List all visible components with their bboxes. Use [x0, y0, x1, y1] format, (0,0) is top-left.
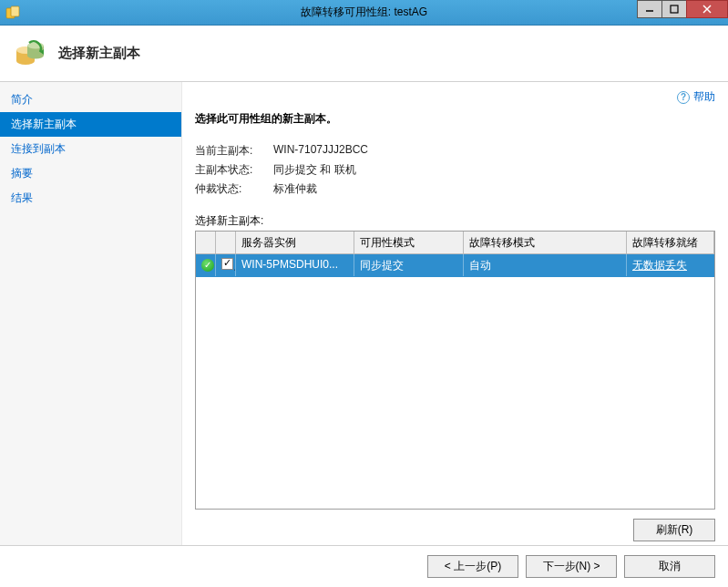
- row-readiness: 无数据丢失: [627, 254, 714, 276]
- svg-rect-3: [671, 5, 678, 13]
- step-results[interactable]: 结果: [0, 186, 181, 211]
- status-summary: 当前主副本: WIN-7107JJJ2BCC 主副本状态: 同步提交 和 联机 …: [195, 143, 715, 201]
- titlebar: 故障转移可用性组: testAG: [0, 0, 728, 26]
- table-caption: 选择新主副本:: [195, 213, 715, 229]
- step-summary[interactable]: 摘要: [0, 161, 181, 186]
- row-checkbox[interactable]: [221, 258, 233, 270]
- instruction-text: 选择此可用性组的新主副本。: [195, 111, 715, 127]
- row-server: WIN-5PMSDHUI0...: [236, 254, 354, 276]
- wizard-steps-sidebar: 简介 选择新主副本 连接到副本 摘要 结果: [0, 82, 182, 545]
- quorum-label: 仲裁状态:: [195, 181, 273, 197]
- row-failover: 自动: [464, 254, 627, 276]
- col-server: 服务器实例: [236, 232, 354, 253]
- readiness-link[interactable]: 无数据丢失: [632, 259, 687, 272]
- quorum-value: 标准仲裁: [273, 181, 317, 197]
- current-primary-label: 当前主副本:: [195, 143, 273, 159]
- wizard-footer: < 上一步(P) 下一步(N) > 取消: [0, 545, 728, 587]
- grid-header: 服务器实例 可用性模式 故障转移模式 故障转移就绪: [196, 232, 714, 254]
- row-mode: 同步提交: [354, 254, 464, 276]
- help-link[interactable]: ? 帮助: [677, 89, 715, 105]
- check-ok-icon: ✓: [201, 259, 214, 272]
- close-button[interactable]: [686, 0, 728, 18]
- table-row[interactable]: ✓ WIN-5PMSDHUI0... 同步提交 自动 无数据丢失: [196, 254, 714, 277]
- grid-body: ✓ WIN-5PMSDHUI0... 同步提交 自动 无数据丢失: [196, 254, 714, 509]
- col-status: [196, 232, 216, 253]
- window-controls: [638, 0, 728, 18]
- help-label: 帮助: [693, 89, 715, 105]
- page-title: 选择新主副本: [58, 45, 140, 62]
- maximize-button[interactable]: [661, 0, 687, 18]
- minimize-button[interactable]: [637, 0, 662, 18]
- primary-state-label: 主副本状态:: [195, 162, 273, 178]
- prev-button[interactable]: < 上一步(P): [427, 555, 518, 578]
- col-mode: 可用性模式: [354, 232, 464, 253]
- app-icon: [5, 5, 20, 20]
- row-checkbox-cell: [216, 254, 236, 276]
- step-intro[interactable]: 简介: [0, 88, 181, 112]
- wizard-icon: [13, 37, 46, 70]
- col-failover: 故障转移模式: [464, 232, 627, 253]
- primary-state-value: 同步提交 和 联机: [273, 162, 356, 178]
- window-title: 故障转移可用性组: testAG: [301, 5, 427, 20]
- wizard-header: 选择新主副本: [0, 26, 728, 82]
- step-select-primary[interactable]: 选择新主副本: [0, 112, 181, 137]
- replica-grid: 服务器实例 可用性模式 故障转移模式 故障转移就绪 ✓ WIN-5PMSDHUI…: [195, 231, 715, 510]
- col-check: [216, 232, 236, 253]
- help-icon: ?: [677, 91, 690, 104]
- step-connect-replica[interactable]: 连接到副本: [0, 137, 181, 161]
- refresh-button[interactable]: 刷新(R): [633, 519, 715, 541]
- next-button[interactable]: 下一步(N) >: [526, 555, 617, 578]
- col-readiness: 故障转移就绪: [627, 232, 714, 253]
- row-status-icon: ✓: [196, 254, 216, 276]
- svg-rect-1: [11, 6, 19, 16]
- current-primary-value: WIN-7107JJJ2BCC: [273, 143, 368, 159]
- cancel-button[interactable]: 取消: [624, 555, 715, 578]
